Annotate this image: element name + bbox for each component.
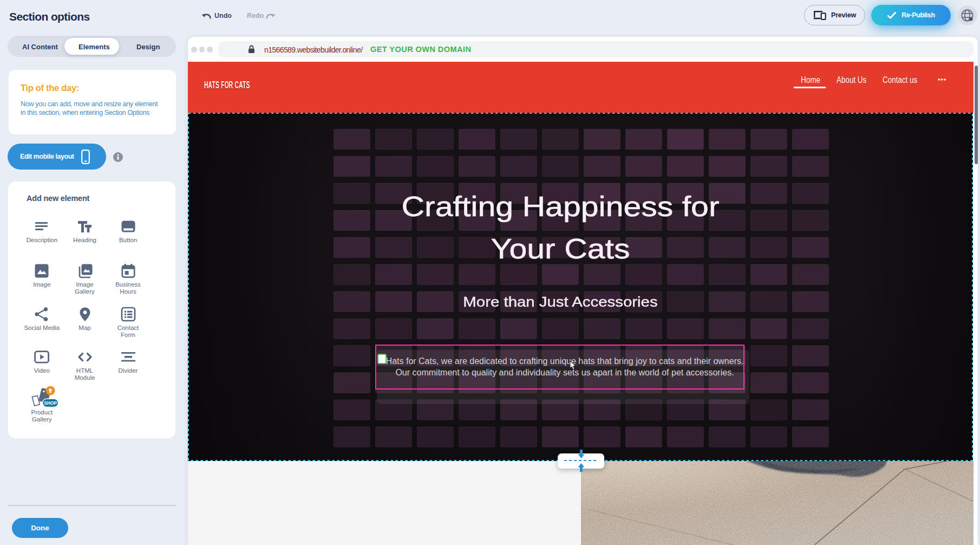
- svg-text:SHOP: SHOP: [44, 400, 57, 406]
